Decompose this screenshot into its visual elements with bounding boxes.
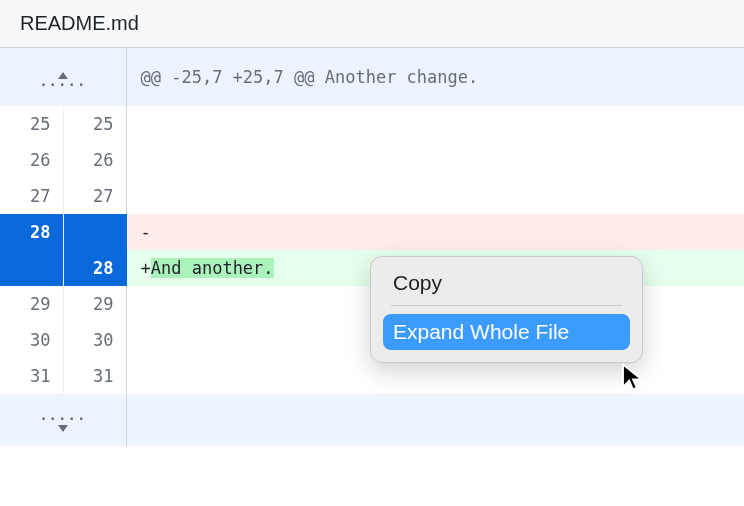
context-menu: Copy Expand Whole File bbox=[370, 256, 643, 363]
expand-up-cell[interactable]: ····· bbox=[0, 48, 126, 106]
menu-copy[interactable]: Copy bbox=[383, 265, 630, 301]
expand-down-icon: ····· bbox=[39, 417, 86, 433]
code-cell bbox=[126, 142, 744, 178]
line-number-new[interactable]: 29 bbox=[63, 286, 126, 322]
code-text: And another. bbox=[151, 258, 274, 278]
line-number-new[interactable]: 27 bbox=[63, 178, 126, 214]
file-name: README.md bbox=[20, 12, 139, 35]
line-number-old[interactable] bbox=[0, 250, 63, 286]
file-header: README.md bbox=[0, 0, 744, 48]
menu-expand-whole-file[interactable]: Expand Whole File bbox=[383, 314, 630, 350]
line-number-old[interactable]: 25 bbox=[0, 106, 63, 142]
line-number-old[interactable]: 27 bbox=[0, 178, 63, 214]
menu-separator bbox=[391, 305, 622, 306]
line-number-old[interactable]: 29 bbox=[0, 286, 63, 322]
line-number-old[interactable]: 28 bbox=[0, 214, 63, 250]
line-number-old[interactable]: 30 bbox=[0, 322, 63, 358]
hunk-header-row: ····· @@ -25,7 +25,7 @@ Another change. bbox=[0, 48, 744, 106]
hunk-header-text: @@ -25,7 +25,7 @@ Another change. bbox=[126, 48, 744, 106]
expand-down-cell[interactable]: ····· bbox=[0, 394, 126, 446]
code-cell bbox=[126, 106, 744, 142]
diff-marker: + bbox=[141, 258, 151, 278]
diff-line: 27 27 bbox=[0, 178, 744, 214]
expand-up-icon: ····· bbox=[39, 71, 86, 87]
diff-line: 25 25 bbox=[0, 106, 744, 142]
expand-down-spacer bbox=[126, 394, 744, 446]
code-cell bbox=[126, 178, 744, 214]
line-number-new[interactable] bbox=[63, 214, 126, 250]
diff-table: ····· @@ -25,7 +25,7 @@ Another change. … bbox=[0, 48, 744, 446]
line-number-new[interactable]: 28 bbox=[63, 250, 126, 286]
diff-marker: - bbox=[141, 222, 151, 242]
diff-line-deleted: 28 - bbox=[0, 214, 744, 250]
diff-line: 31 31 bbox=[0, 358, 744, 394]
line-number-new[interactable]: 30 bbox=[63, 322, 126, 358]
expand-down-row: ····· bbox=[0, 394, 744, 446]
line-number-new[interactable]: 25 bbox=[63, 106, 126, 142]
code-cell bbox=[126, 358, 744, 394]
line-number-old[interactable]: 31 bbox=[0, 358, 63, 394]
line-number-old[interactable]: 26 bbox=[0, 142, 63, 178]
code-cell: - bbox=[126, 214, 744, 250]
line-number-new[interactable]: 26 bbox=[63, 142, 126, 178]
line-number-new[interactable]: 31 bbox=[63, 358, 126, 394]
diff-line: 26 26 bbox=[0, 142, 744, 178]
